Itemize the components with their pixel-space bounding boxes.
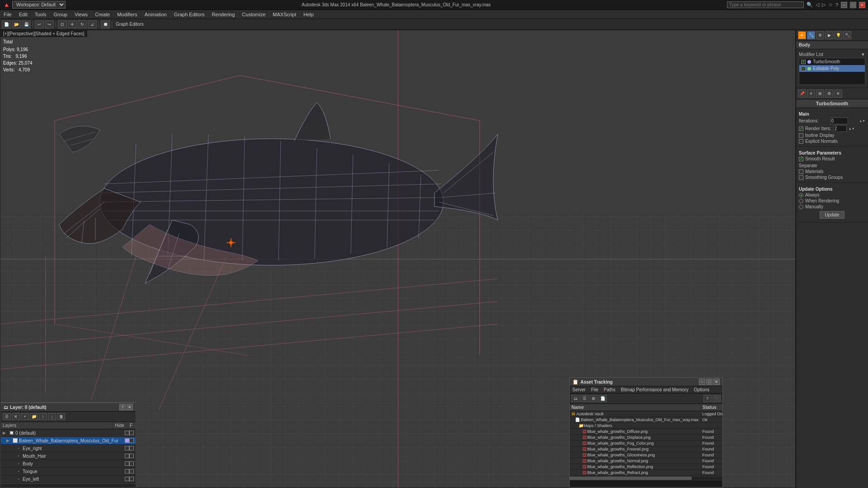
layer-visibility-0[interactable] [125, 431, 129, 435]
layer-item-eye-left[interactable]: ◦ Eye_left [1, 475, 136, 483]
maximize-button[interactable]: □ [850, 2, 856, 8]
toolbar-open[interactable]: 📂 [12, 20, 21, 28]
menu-file[interactable]: File [0, 11, 15, 18]
layer-vis-eye-left[interactable] [125, 477, 129, 481]
layer-expand-body[interactable] [10, 461, 14, 466]
layer-item-mouth-hair[interactable]: ◦ Mouth_Hair [1, 452, 136, 460]
asset-menu-server[interactable]: Server [570, 386, 588, 393]
options-icon[interactable]: ⚙ [825, 89, 833, 98]
explicit-checkbox[interactable] [799, 139, 803, 144]
layers-delete-btn[interactable]: 🗑 [57, 413, 65, 420]
layer-expand-mouth[interactable] [10, 454, 14, 458]
turbosmooth-checkbox[interactable]: ✓ [801, 60, 806, 64]
layer-freeze-eye-left[interactable] [129, 477, 134, 481]
layer-item-baleen-fur[interactable]: ◦ Baleen_Whale_Balaenoptera_Musculus_Old… [1, 483, 136, 483]
expand-icon[interactable]: ⊞ [816, 89, 824, 98]
table-row-vault[interactable]: 🏛Autodesk Vault Logged On [570, 411, 722, 417]
layer-expand-eye-left[interactable] [10, 477, 14, 481]
toolbar-save[interactable]: 💾 [22, 20, 31, 28]
layers-scrollbar-h[interactable] [1, 483, 136, 487]
asset-help-btn[interactable]: ? [703, 395, 712, 402]
layers-folder-btn[interactable]: 📁 [30, 413, 38, 420]
minimize-button[interactable]: − [841, 2, 847, 8]
isoline-checkbox[interactable] [799, 133, 803, 138]
menu-animation[interactable]: Animation [141, 11, 170, 18]
render-iters-input[interactable] [833, 125, 847, 132]
help-icon[interactable]: ? [835, 2, 838, 8]
layer-vis-tongue[interactable] [125, 469, 129, 474]
menu-graph-editors[interactable]: Graph Editors [170, 11, 208, 18]
layer-expand-tongue[interactable] [10, 469, 14, 474]
create-icon[interactable]: ✦ [798, 31, 806, 39]
table-row-displace[interactable]: 🖼Blue_whale_growths_Displace.png Found [570, 435, 722, 441]
toolbar-rotate[interactable]: ↻ [78, 20, 87, 28]
layer-expand-0[interactable]: ▶ [3, 431, 7, 435]
layer-freeze-body[interactable] [129, 461, 134, 466]
render-iters-spin[interactable]: ▲▼ [849, 127, 855, 130]
asset-scrollbar[interactable] [570, 476, 722, 480]
forward-icon[interactable]: ▷ [822, 2, 826, 8]
layer-freeze-whale[interactable] [129, 438, 134, 443]
star-icon[interactable]: ☆ [828, 2, 833, 8]
layers-new-btn[interactable]: + [21, 413, 29, 420]
table-row-refract[interactable]: 🖼Blue_whale_growths_Refract.png Found [570, 470, 722, 476]
toolbar-snap[interactable]: 🔲 [101, 20, 110, 28]
menu-tools[interactable]: Tools [31, 11, 50, 18]
layer-item-body[interactable]: ◦ Body [1, 460, 136, 468]
search-input[interactable] [727, 1, 804, 8]
menu-customize[interactable]: Customize [238, 11, 269, 18]
toolbar-undo[interactable]: ↩ [35, 20, 44, 28]
layer-expand-whale[interactable]: ▶ [6, 438, 11, 443]
table-row-fresnel[interactable]: 🖼Blue_whale_growths_Fresnel.png Found [570, 446, 722, 452]
viewport[interactable]: [+][Perspective][Shaded + Edged Faces] T… [0, 30, 796, 488]
update-button[interactable]: Update [820, 211, 844, 219]
table-row-reflection[interactable]: 🖼Blue_whale_growths_Reflection.png Found [570, 464, 722, 470]
materials-checkbox[interactable] [799, 169, 803, 174]
table-row-fogcolor[interactable]: 🖼Blue_whale_growths_Fog_Color.png Found [570, 441, 722, 446]
menu-edit[interactable]: Edit [15, 11, 31, 18]
search-icon[interactable]: 🔍 [807, 2, 813, 8]
toolbar-new[interactable]: 📄 [2, 20, 11, 28]
iterations-input[interactable] [830, 117, 848, 124]
back-icon[interactable]: ◁ [816, 2, 819, 8]
asset-maximize-button[interactable]: □ [706, 379, 712, 385]
editpoly-checkbox[interactable]: ✓ [801, 66, 806, 71]
layer-vis-eye-right[interactable] [125, 446, 129, 450]
asset-vault-btn[interactable]: ⬛ [712, 395, 721, 402]
iterations-spin[interactable]: ▲▼ [859, 119, 865, 122]
asset-menu-paths[interactable]: Paths [601, 386, 618, 393]
asset-btn-2[interactable]: ☰ [580, 395, 589, 402]
asset-close-button[interactable]: ✕ [713, 379, 720, 385]
layers-up-btn[interactable]: ↑ [39, 413, 47, 420]
modifier-editable-poly[interactable]: ✓ Editable Poly [799, 65, 865, 72]
toolbar-redo[interactable]: ↪ [45, 20, 54, 28]
layers-help-button[interactable]: ? [119, 404, 126, 410]
layer-freeze-mouth[interactable] [129, 454, 134, 458]
asset-scrollbar-thumb[interactable] [570, 477, 692, 480]
layer-item-eye-right[interactable]: ◦ Eye_right [1, 445, 136, 452]
toolbar-scale[interactable]: ⊿ [88, 20, 97, 28]
layer-expand-eye-right[interactable] [10, 446, 14, 450]
menu-rendering[interactable]: Rendering [208, 11, 239, 18]
layer-freeze-0[interactable] [129, 431, 134, 435]
menu-help[interactable]: Help [300, 11, 317, 18]
asset-menu-options[interactable]: Options [691, 386, 712, 393]
table-row-glossiness[interactable]: 🖼Blue_whale_growths_Glossiness.png Found [570, 452, 722, 458]
layer-vis-mouth[interactable] [125, 454, 129, 458]
modifier-list-arrow[interactable]: ▼ [861, 52, 865, 57]
manually-radio[interactable] [799, 205, 803, 209]
layers-scroll[interactable]: ▶ 🔲 0 (default) ▶ ⬜ Baleen_Whale_Balaeno… [1, 429, 136, 483]
close-button[interactable]: ✕ [859, 2, 865, 8]
modifier-list[interactable]: ✓ TurboSmooth ✓ Editable Poly [799, 58, 865, 85]
table-row-normal[interactable]: 🖼Blue_whale_growths_Normal.png Found [570, 458, 722, 464]
layers-close-button[interactable]: ✕ [127, 404, 133, 410]
layer-item-whale-main[interactable]: ▶ ⬜ Baleen_Whale_Balaenoptera_Musculus_O… [1, 437, 136, 445]
asset-btn-1[interactable]: 🗂 [571, 395, 580, 402]
table-row-maps[interactable]: 📁Maps / Shaders [570, 423, 722, 429]
stack-icon[interactable]: ≡ [807, 89, 815, 98]
smoothing-groups-checkbox[interactable] [799, 175, 803, 180]
layer-vis-whale[interactable] [125, 438, 129, 443]
layer-freeze-tongue[interactable] [129, 469, 134, 474]
layer-item-0default[interactable]: ▶ 🔲 0 (default) [1, 429, 136, 437]
asset-menu-bitmap[interactable]: Bitmap Performance and Memory [618, 386, 691, 393]
